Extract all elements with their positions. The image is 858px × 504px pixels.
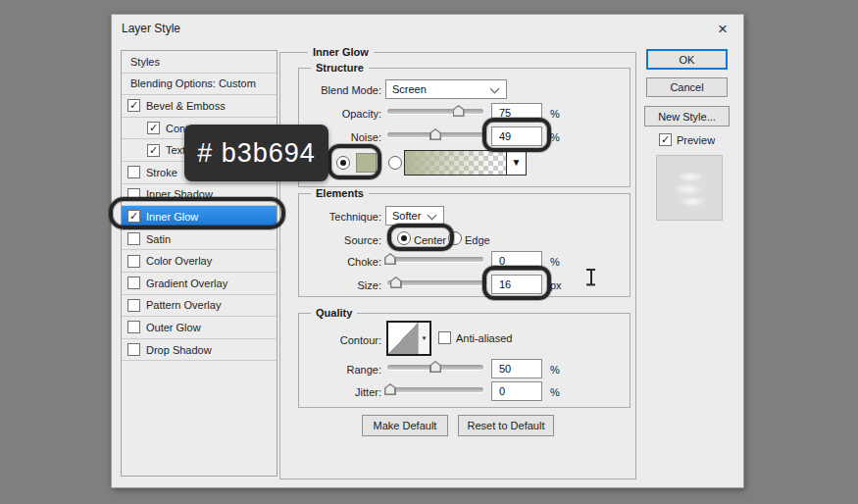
jitter-unit: % bbox=[550, 386, 560, 398]
annotation-ring-inner-glow-item bbox=[109, 197, 285, 229]
gradient-picker[interactable]: ▼ bbox=[404, 150, 527, 176]
noise-slider[interactable] bbox=[387, 129, 483, 141]
dialog-title: Layer Style bbox=[122, 22, 180, 35]
color-hex-annotation: # b3b694 bbox=[184, 125, 328, 181]
checkbox-checked[interactable]: ✓ bbox=[147, 144, 160, 157]
chevron-down-icon bbox=[490, 84, 500, 94]
checkbox-unchecked[interactable] bbox=[127, 321, 140, 333]
sidebar-item-pattern-overlay[interactable]: Pattern Overlay bbox=[122, 295, 277, 318]
sidebar-item-drop-shadow[interactable]: Drop Shadow bbox=[122, 339, 277, 362]
gradient-dropdown-icon[interactable]: ▼ bbox=[506, 151, 526, 175]
blend-mode-label: Blend Mode: bbox=[298, 84, 381, 96]
checkbox-unchecked[interactable] bbox=[127, 299, 140, 312]
checkbox-checked[interactable]: ✓ bbox=[127, 99, 140, 112]
slider-thumb[interactable] bbox=[453, 105, 465, 117]
size-unit: px bbox=[550, 279, 562, 291]
structure-legend: Structure bbox=[311, 62, 369, 74]
quality-legend: Quality bbox=[311, 307, 357, 319]
checkbox-unchecked[interactable] bbox=[127, 232, 140, 245]
slider-track bbox=[387, 109, 483, 114]
antialiased-label: Anti-aliased bbox=[456, 332, 512, 344]
opacity-slider[interactable] bbox=[387, 106, 483, 118]
contour-dropdown-icon[interactable]: ▾ bbox=[418, 323, 429, 354]
sidebar-item-outer-glow[interactable]: Outer Glow bbox=[122, 317, 277, 339]
sidebar-item-label: Bevel & Emboss bbox=[146, 100, 226, 112]
sidebar-item-label: Stroke bbox=[146, 167, 177, 178]
styles-list: Styles Blending Options: Custom ✓ Bevel … bbox=[121, 50, 278, 477]
range-input[interactable]: 50 bbox=[491, 359, 542, 378]
jitter-input[interactable]: 0 bbox=[491, 381, 542, 401]
jitter-slider[interactable] bbox=[387, 384, 483, 396]
sidebar-item-color-overlay[interactable]: Color Overlay bbox=[122, 250, 277, 273]
close-icon[interactable]: × bbox=[712, 19, 733, 40]
sidebar-item-label: Blending Options: Custom bbox=[130, 77, 256, 89]
slider-thumb[interactable] bbox=[429, 361, 441, 373]
blend-mode-value: Screen bbox=[392, 83, 427, 95]
slider-thumb[interactable] bbox=[429, 128, 441, 140]
annotation-ring-color-radio bbox=[328, 144, 381, 179]
choke-slider[interactable] bbox=[387, 254, 483, 266]
technique-select[interactable]: Softer bbox=[385, 206, 444, 226]
noise-unit: % bbox=[550, 131, 560, 143]
annotation-ring-size-input bbox=[482, 266, 551, 300]
reset-to-default-button[interactable]: Reset to Default bbox=[458, 415, 554, 436]
sidebar-item-satin[interactable]: Satin bbox=[122, 228, 277, 251]
checkbox-unchecked[interactable] bbox=[127, 343, 140, 356]
preview-label: Preview bbox=[677, 134, 715, 146]
contour-thumbnail bbox=[388, 323, 418, 354]
checkbox-checked[interactable]: ✓ bbox=[147, 122, 160, 134]
choke-label: Choke: bbox=[298, 256, 381, 268]
technique-label: Technique: bbox=[298, 211, 381, 223]
make-default-button[interactable]: Make Default bbox=[362, 415, 448, 436]
blend-mode-select[interactable]: Screen bbox=[385, 79, 507, 99]
size-label: Size: bbox=[298, 279, 381, 291]
checkbox-unchecked[interactable] bbox=[438, 331, 451, 344]
sidebar-item-gradient-overlay[interactable]: Gradient Overlay bbox=[122, 273, 277, 295]
color-hex-text: # b3b694 bbox=[197, 138, 316, 168]
source-edge-label[interactable]: Edge bbox=[465, 234, 490, 246]
sidebar-item-label: Pattern Overlay bbox=[146, 299, 221, 311]
sidebar-item-label: Drop Shadow bbox=[146, 344, 212, 356]
sidebar-item-label: Outer Glow bbox=[146, 322, 201, 333]
annotation-ring-source-center bbox=[387, 224, 454, 251]
screenshot-canvas: Layer Style × Styles Blending Options: C… bbox=[0, 0, 858, 504]
checkbox-unchecked[interactable] bbox=[127, 166, 140, 178]
slider-thumb[interactable] bbox=[390, 277, 402, 288]
sidebar-item-label: Satin bbox=[146, 233, 171, 245]
chevron-down-icon bbox=[428, 211, 437, 221]
range-label: Range: bbox=[298, 364, 381, 376]
opacity-unit: % bbox=[550, 108, 560, 120]
jitter-label: Jitter: bbox=[298, 386, 381, 398]
slider-track bbox=[387, 257, 483, 262]
antialiased-option[interactable]: Anti-aliased bbox=[438, 331, 512, 344]
opacity-label: Opacity: bbox=[298, 108, 381, 120]
gradient-radio-unselected[interactable] bbox=[388, 156, 402, 170]
sidebar-item-label: Color Overlay bbox=[146, 255, 212, 267]
cancel-button[interactable]: Cancel bbox=[646, 77, 728, 97]
sidebar-item-bevel-emboss[interactable]: ✓ Bevel & Emboss bbox=[122, 95, 277, 118]
preview-option[interactable]: ✓ Preview bbox=[659, 133, 715, 146]
ok-button[interactable]: OK bbox=[646, 49, 728, 70]
range-unit: % bbox=[550, 364, 560, 376]
checkbox-unchecked[interactable] bbox=[127, 277, 140, 289]
range-slider[interactable] bbox=[387, 362, 483, 374]
technique-value: Softer bbox=[392, 210, 421, 222]
slider-track bbox=[387, 387, 483, 392]
text-cursor-icon bbox=[586, 269, 595, 285]
dialog-titlebar[interactable]: Layer Style × bbox=[112, 15, 743, 44]
checkbox-unchecked[interactable] bbox=[127, 255, 140, 268]
glow-noise-preview bbox=[669, 172, 712, 207]
gradient-fill bbox=[405, 151, 506, 175]
style-preview-thumbnail bbox=[656, 155, 723, 221]
annotation-ring-noise-input bbox=[482, 118, 551, 152]
layer-style-dialog: Layer Style × Styles Blending Options: C… bbox=[111, 14, 744, 488]
sidebar-item-blending-options[interactable]: Blending Options: Custom bbox=[122, 74, 277, 96]
size-slider[interactable] bbox=[387, 277, 483, 289]
sidebar-item-styles[interactable]: Styles bbox=[122, 51, 277, 74]
new-style-button[interactable]: New Style... bbox=[644, 106, 730, 126]
source-label: Source: bbox=[298, 234, 381, 246]
contour-picker[interactable]: ▾ bbox=[386, 321, 431, 356]
elements-legend: Elements bbox=[311, 187, 369, 199]
sidebar-item-label: Styles bbox=[130, 56, 160, 68]
checkbox-checked[interactable]: ✓ bbox=[659, 133, 672, 146]
